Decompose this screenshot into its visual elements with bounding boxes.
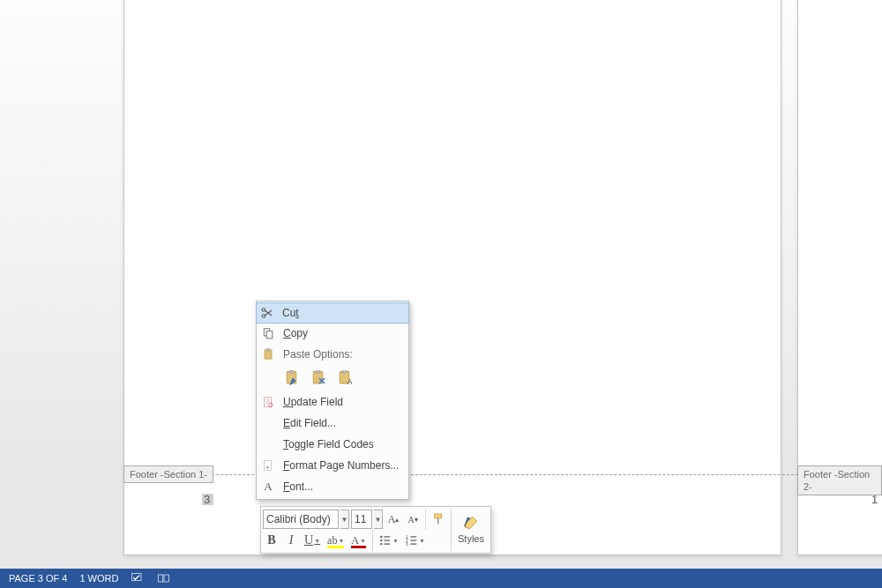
svg-rect-3 [266, 331, 272, 339]
font-size-dropdown[interactable]: ▼ [374, 510, 383, 529]
status-bar: PAGE 3 OF 4 1 WORD [0, 569, 882, 588]
mini-toolbar: ▼ ▼ A▴ A▾ B I U▼ ab▼ [260, 506, 491, 554]
paste-keep-text-only[interactable]: A [336, 368, 355, 388]
page-left[interactable] [123, 0, 781, 555]
bold-button[interactable]: B [263, 531, 280, 550]
copy-icon [260, 325, 276, 341]
scissors-icon [259, 305, 275, 321]
status-page-info[interactable]: PAGE 3 OF 4 [9, 573, 67, 584]
status-word-count[interactable]: 1 WORD [79, 573, 118, 584]
svg-text:3: 3 [406, 542, 408, 547]
paste-keep-source-formatting[interactable] [283, 368, 303, 388]
menu-paste-options-label: Paste Options: [283, 348, 400, 361]
svg-point-19 [380, 536, 382, 538]
svg-rect-9 [316, 370, 320, 373]
styles-button[interactable]: A Styles [453, 509, 489, 549]
svg-rect-7 [289, 370, 294, 373]
svg-rect-28 [410, 540, 416, 540]
page-number-icon: # [260, 458, 276, 473]
svg-rect-22 [384, 540, 390, 540]
grow-font-button[interactable]: A▴ [385, 510, 402, 529]
svg-rect-24 [384, 544, 390, 545]
menu-format-page-numbers-label: Format Page Numbers... [283, 459, 400, 472]
font-name-dropdown[interactable]: ▼ [340, 510, 349, 529]
footer-tab-section-2[interactable]: Footer -Section 2- [797, 465, 882, 495]
svg-rect-17 [435, 514, 442, 518]
svg-point-21 [380, 540, 382, 541]
menu-edit-field-label: Edit Field... [283, 417, 400, 429]
blank-icon [260, 436, 276, 452]
bullets-button[interactable]: ▼ [377, 531, 401, 550]
svg-point-0 [262, 309, 265, 312]
context-menu: Cut Copy Paste Options: A [256, 301, 409, 500]
font-a-icon: A [260, 479, 276, 495]
blank-icon [260, 415, 276, 431]
svg-rect-20 [384, 536, 390, 537]
menu-paste-options-label-row: Paste Options: [257, 344, 408, 365]
italic-button[interactable]: I [282, 531, 300, 550]
menu-font-label: Font... [283, 480, 400, 493]
svg-rect-11 [342, 370, 347, 373]
update-field-icon [260, 394, 276, 410]
svg-rect-34 [164, 575, 168, 582]
footer-separator [123, 474, 882, 475]
clipboard-icon [260, 346, 276, 362]
macro-recording-icon[interactable] [157, 571, 171, 585]
document-workspace: Footer -Section 1- Footer -Section 2- 3 … [0, 0, 882, 588]
svg-rect-26 [410, 536, 416, 537]
menu-cut-label: Cut [282, 307, 400, 319]
menu-update-field-label: Update Field [283, 396, 400, 408]
underline-button[interactable]: U▼ [302, 531, 323, 550]
menu-copy[interactable]: Copy [257, 323, 408, 344]
svg-rect-13 [264, 398, 271, 407]
menu-edit-field[interactable]: Edit Field... [257, 413, 408, 434]
menu-toggle-field-codes-label: Toggle Field Codes [283, 438, 400, 450]
font-size-combo[interactable] [351, 510, 372, 529]
page-number-right: 1 [871, 494, 878, 505]
menu-font[interactable]: A Font... [257, 476, 408, 497]
svg-rect-32 [132, 574, 142, 581]
menu-format-page-numbers[interactable]: # Format Page Numbers... [257, 455, 408, 476]
footer-tab-section-1[interactable]: Footer -Section 1- [123, 465, 213, 483]
styles-label: Styles [458, 533, 484, 544]
font-name-combo[interactable] [263, 510, 339, 529]
paste-options-row: A [257, 365, 408, 391]
menu-update-field[interactable]: Update Field [257, 391, 408, 413]
svg-point-23 [380, 543, 382, 545]
shrink-font-button[interactable]: A▾ [404, 510, 422, 529]
paste-merge-formatting[interactable] [310, 368, 329, 388]
svg-rect-33 [159, 575, 163, 582]
menu-cut[interactable]: Cut [256, 302, 409, 324]
svg-text:A: A [348, 377, 353, 386]
spellcheck-icon[interactable] [131, 571, 145, 585]
svg-rect-30 [410, 544, 416, 545]
menu-copy-label: Copy [283, 327, 400, 339]
font-color-button[interactable]: A▼ [348, 531, 369, 550]
svg-point-1 [262, 315, 265, 318]
page-number-field-selected[interactable]: 3 [202, 494, 213, 505]
svg-rect-18 [437, 518, 438, 525]
numbering-button[interactable]: 123▼ [403, 531, 428, 550]
menu-toggle-field-codes[interactable]: Toggle Field Codes [257, 434, 408, 455]
svg-rect-5 [266, 349, 270, 351]
svg-rect-4 [265, 350, 272, 360]
highlight-color-button[interactable]: ab▼ [325, 531, 347, 550]
format-painter-button[interactable] [430, 510, 449, 529]
